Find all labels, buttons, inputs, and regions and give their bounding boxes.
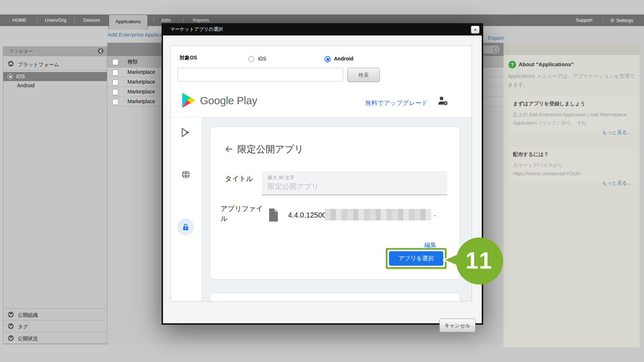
title-field-label: タイトル — [225, 174, 253, 184]
filter-option-ios-selected[interactable]: iOS — [3, 72, 107, 81]
filename-period: . — [434, 210, 436, 218]
add-enterprise-application-link[interactable]: Add Enterprise Applica — [108, 31, 163, 38]
gear-icon: ⚙ — [610, 17, 615, 23]
see-more-link[interactable]: もっと見る... — [513, 180, 631, 186]
close-icon: ✕ — [473, 28, 477, 32]
lock-icon — [182, 223, 189, 231]
help-card-register: まずはアプリを登録しましょう 左上の Add Enterprise Applic… — [508, 96, 636, 132]
play-console-content: 限定公開アプリ タイトル 最大 30 文字 限定公開アプリ アプリファイル 4.… — [201, 117, 472, 302]
radio-ios[interactable] — [248, 56, 254, 62]
radio-ios-label[interactable]: iOS — [258, 56, 266, 62]
select-app-button[interactable]: アプリを選択 — [389, 251, 443, 266]
document-icon — [268, 207, 279, 223]
selected-option-icon — [8, 74, 13, 79]
app-search-input[interactable] — [177, 68, 343, 81]
filter-option-label: Android — [17, 83, 34, 88]
filter-section-publish-status[interactable]: 公開状況 — [3, 332, 107, 344]
question-icon: ? — [509, 61, 516, 68]
next-card-partial — [210, 293, 460, 302]
row-type-cell: Marketplace — [127, 98, 155, 104]
chevron-left-icon — [99, 49, 103, 53]
cancel-button[interactable]: キャンセル — [439, 319, 476, 332]
filter-section-orgs[interactable]: 公開組織 — [3, 308, 107, 320]
help-card-body-line2: https://clomo.com/portal/YOUR- — [513, 171, 582, 176]
modal-title: マーケットアプリの選択 — [170, 23, 223, 35]
help-card-distribute: 配布するには？ スマートデバイスから https://clomo.com/por… — [508, 147, 636, 182]
filter-section-label: 公開状況 — [18, 336, 38, 342]
nav-item-devices[interactable]: Devices — [83, 14, 100, 26]
filter-option-android[interactable]: Android — [3, 81, 107, 90]
redacted-app-filename — [325, 209, 431, 220]
row-checkbox[interactable] — [112, 99, 118, 105]
nav-item-home[interactable]: HOME — [12, 14, 26, 26]
radio-android-label[interactable]: Android — [334, 56, 354, 62]
export-link[interactable]: Export — [488, 35, 503, 41]
collapse-panel-button[interactable] — [98, 48, 104, 54]
modal-body: 対象OS iOS Android 検索 Google Play 無料でアップグレ… — [163, 35, 482, 323]
help-card-body: 左上の Add Enterprise Application | Add Mar… — [513, 110, 632, 127]
web-apps-tab-globe-icon[interactable] — [181, 170, 191, 179]
google-play-logo-icon — [182, 92, 196, 108]
upgrade-free-link[interactable]: 無料でアップグレード — [365, 99, 428, 107]
private-apps-tab-selected[interactable] — [177, 219, 194, 235]
filter-section-label: 公開組織 — [18, 312, 38, 319]
nav-settings-label: Settings — [616, 18, 633, 23]
see-more-link[interactable]: もっと見る... — [513, 129, 631, 136]
title-field-hint: 最大 30 文字 — [268, 174, 294, 181]
help-panel-band — [503, 43, 640, 55]
chevron-down-circle-icon — [8, 312, 14, 317]
filter-section-label: プラットフォーム — [18, 62, 59, 68]
row-type-cell: Marketplace — [127, 89, 155, 94]
filter-panel-title: フィルター — [9, 48, 33, 55]
chevron-down-circle-icon — [8, 335, 14, 341]
select-all-checkbox[interactable] — [112, 59, 118, 65]
nav-separator — [154, 17, 154, 23]
nav-separator — [37, 17, 38, 23]
search-button[interactable]: 検索 — [347, 68, 380, 82]
private-apps-heading: 限定公開アプリ — [237, 143, 304, 156]
step-highlight-frame: アプリを選択 — [386, 248, 447, 269]
filter-section-tags[interactable]: タグ — [3, 320, 107, 332]
help-card-body-line1: スマートデバイスから — [513, 163, 563, 168]
filter-option-label: iOS — [16, 73, 25, 79]
modal-close-button[interactable]: ✕ — [471, 26, 480, 34]
chevron-down-circle-icon — [8, 323, 14, 329]
radio-android-checked[interactable] — [325, 56, 331, 62]
row-type-cell: Marketplace — [127, 69, 155, 75]
modal-content: 対象OS iOS Android 検索 Google Play 無料でアップグレ… — [171, 46, 472, 302]
account-settings-icon[interactable] — [438, 96, 448, 106]
play-store-icon[interactable] — [180, 127, 191, 138]
tab-applications-active[interactable]: Applications — [109, 14, 148, 30]
help-panel: ? About "Applications" Applications メニュー… — [503, 43, 640, 348]
title-field-placeholder: 限定公開アプリ — [268, 182, 319, 191]
column-header-type: 種類 — [127, 59, 138, 65]
modal-header: マーケットアプリの選択 ✕ — [162, 23, 483, 35]
app-file-label: アプリファイル — [221, 204, 264, 223]
filter-section-label: タグ — [18, 324, 28, 330]
nav-separator — [74, 17, 75, 23]
private-app-card: 限定公開アプリ タイトル 最大 30 文字 限定公開アプリ アプリファイル 4.… — [210, 127, 460, 279]
row-checkbox[interactable] — [112, 79, 118, 85]
help-about-title: About "Applications" — [519, 61, 574, 67]
filter-panel: フィルター プラットフォーム iOS Android 公開組織 タグ 公開状況 — [3, 46, 107, 344]
help-about-body: Applications メニューでは、アプリケーションを管理できます。 — [508, 72, 637, 89]
back-arrow-icon[interactable] — [224, 144, 234, 154]
target-os-label: 対象OS — [180, 55, 197, 61]
app-screen: HOME Users/Org Devices Jobs Reports Supp… — [0, 0, 644, 362]
row-checkbox[interactable] — [112, 89, 118, 95]
nav-separator — [603, 17, 603, 23]
annotation-tail — [445, 253, 460, 266]
clear-search-icon[interactable]: ✕ — [493, 47, 499, 53]
play-icon-strip — [171, 117, 201, 302]
nav-item-settings[interactable]: ⚙Settings — [610, 14, 633, 26]
nav-separator — [183, 17, 183, 23]
filter-section-platform[interactable]: プラットフォーム — [3, 58, 107, 71]
filter-panel-header: フィルター — [3, 47, 107, 56]
nav-item-support[interactable]: Support — [576, 14, 593, 26]
row-checkbox[interactable] — [112, 70, 118, 76]
nav-item-users-org[interactable]: Users/Org — [45, 14, 66, 26]
help-card-title: まずはアプリを登録しましょう — [513, 101, 631, 107]
row-type-cell: Marketplace — [127, 79, 155, 85]
app-version: 4.4.0.12500 — [288, 211, 326, 219]
app-title-field[interactable]: 最大 30 文字 限定公開アプリ — [262, 171, 447, 195]
